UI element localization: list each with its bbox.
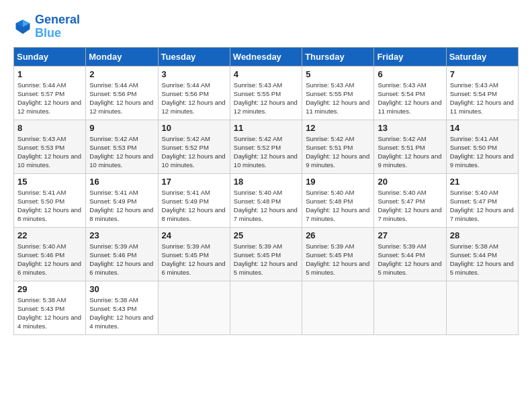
day-info: Sunrise: 5:43 AM Sunset: 5:55 PM Dayligh… xyxy=(234,81,298,116)
day-number: 6 xyxy=(378,69,442,79)
calendar-cell: 2 Sunrise: 5:44 AM Sunset: 5:56 PM Dayli… xyxy=(86,66,158,120)
day-info: Sunrise: 5:40 AM Sunset: 5:47 PM Dayligh… xyxy=(450,188,515,224)
day-number: 11 xyxy=(234,123,298,133)
day-number: 24 xyxy=(162,230,226,240)
col-header-friday: Friday xyxy=(374,47,446,66)
calendar-row-4: 22 Sunrise: 5:40 AM Sunset: 5:46 PM Dayl… xyxy=(14,227,519,281)
day-number: 30 xyxy=(89,284,154,294)
day-info: Sunrise: 5:44 AM Sunset: 5:57 PM Dayligh… xyxy=(17,81,82,116)
day-number: 2 xyxy=(89,69,154,79)
calendar-cell: 15 Sunrise: 5:41 AM Sunset: 5:50 PM Dayl… xyxy=(14,173,86,227)
day-info: Sunrise: 5:38 AM Sunset: 5:43 PM Dayligh… xyxy=(17,295,82,331)
calendar-cell xyxy=(446,281,518,334)
calendar-cell: 10 Sunrise: 5:42 AM Sunset: 5:52 PM Dayl… xyxy=(158,120,230,173)
day-info: Sunrise: 5:41 AM Sunset: 5:50 PM Dayligh… xyxy=(17,188,82,224)
logo-text: General Blue xyxy=(35,13,80,40)
calendar-cell: 30 Sunrise: 5:38 AM Sunset: 5:43 PM Dayl… xyxy=(86,281,158,334)
calendar-cell: 11 Sunrise: 5:42 AM Sunset: 5:52 PM Dayl… xyxy=(230,120,302,173)
day-number: 5 xyxy=(306,69,370,79)
col-header-tuesday: Tuesday xyxy=(158,47,230,66)
calendar-cell: 5 Sunrise: 5:43 AM Sunset: 5:55 PM Dayli… xyxy=(302,66,374,120)
calendar-cell: 27 Sunrise: 5:39 AM Sunset: 5:44 PM Dayl… xyxy=(374,227,446,281)
day-info: Sunrise: 5:42 AM Sunset: 5:52 PM Dayligh… xyxy=(162,134,226,170)
day-info: Sunrise: 5:39 AM Sunset: 5:44 PM Dayligh… xyxy=(378,242,442,277)
day-info: Sunrise: 5:44 AM Sunset: 5:56 PM Dayligh… xyxy=(162,81,226,116)
day-info: Sunrise: 5:39 AM Sunset: 5:45 PM Dayligh… xyxy=(162,242,226,277)
day-number: 7 xyxy=(450,69,515,79)
day-info: Sunrise: 5:40 AM Sunset: 5:48 PM Dayligh… xyxy=(234,188,298,224)
calendar-cell: 28 Sunrise: 5:38 AM Sunset: 5:44 PM Dayl… xyxy=(446,227,518,281)
calendar-cell: 1 Sunrise: 5:44 AM Sunset: 5:57 PM Dayli… xyxy=(14,66,86,120)
day-number: 13 xyxy=(378,123,442,133)
col-header-saturday: Saturday xyxy=(446,47,518,66)
calendar-cell: 23 Sunrise: 5:39 AM Sunset: 5:46 PM Dayl… xyxy=(86,227,158,281)
calendar-cell: 4 Sunrise: 5:43 AM Sunset: 5:55 PM Dayli… xyxy=(230,66,302,120)
calendar-cell xyxy=(158,281,230,334)
day-info: Sunrise: 5:41 AM Sunset: 5:50 PM Dayligh… xyxy=(450,134,515,170)
day-number: 27 xyxy=(378,230,442,240)
col-header-monday: Monday xyxy=(86,47,158,66)
calendar-cell: 24 Sunrise: 5:39 AM Sunset: 5:45 PM Dayl… xyxy=(158,227,230,281)
col-header-sunday: Sunday xyxy=(14,47,86,66)
logo: General Blue xyxy=(13,13,80,40)
day-info: Sunrise: 5:39 AM Sunset: 5:45 PM Dayligh… xyxy=(234,242,298,277)
day-number: 26 xyxy=(306,230,370,240)
day-info: Sunrise: 5:43 AM Sunset: 5:54 PM Dayligh… xyxy=(378,81,442,116)
calendar-cell: 13 Sunrise: 5:42 AM Sunset: 5:51 PM Dayl… xyxy=(374,120,446,173)
day-number: 3 xyxy=(162,69,226,79)
day-number: 10 xyxy=(162,123,226,133)
calendar-cell: 8 Sunrise: 5:43 AM Sunset: 5:53 PM Dayli… xyxy=(14,120,86,173)
calendar-cell: 19 Sunrise: 5:40 AM Sunset: 5:48 PM Dayl… xyxy=(302,173,374,227)
calendar-table: SundayMondayTuesdayWednesdayThursdayFrid… xyxy=(13,47,519,335)
calendar-cell: 25 Sunrise: 5:39 AM Sunset: 5:45 PM Dayl… xyxy=(230,227,302,281)
day-number: 8 xyxy=(17,123,82,133)
day-number: 15 xyxy=(17,177,82,187)
calendar-cell: 7 Sunrise: 5:43 AM Sunset: 5:54 PM Dayli… xyxy=(446,66,518,120)
calendar-cell: 6 Sunrise: 5:43 AM Sunset: 5:54 PM Dayli… xyxy=(374,66,446,120)
calendar-cell: 14 Sunrise: 5:41 AM Sunset: 5:50 PM Dayl… xyxy=(446,120,518,173)
calendar-cell: 12 Sunrise: 5:42 AM Sunset: 5:51 PM Dayl… xyxy=(302,120,374,173)
day-info: Sunrise: 5:38 AM Sunset: 5:44 PM Dayligh… xyxy=(450,242,515,277)
calendar-cell xyxy=(230,281,302,334)
calendar-row-2: 8 Sunrise: 5:43 AM Sunset: 5:53 PM Dayli… xyxy=(14,120,519,173)
day-number: 22 xyxy=(17,230,82,240)
day-number: 21 xyxy=(450,177,515,187)
col-header-wednesday: Wednesday xyxy=(230,47,302,66)
day-info: Sunrise: 5:43 AM Sunset: 5:54 PM Dayligh… xyxy=(450,81,515,116)
calendar-row-1: 1 Sunrise: 5:44 AM Sunset: 5:57 PM Dayli… xyxy=(14,66,519,120)
day-info: Sunrise: 5:42 AM Sunset: 5:52 PM Dayligh… xyxy=(234,134,298,170)
day-info: Sunrise: 5:44 AM Sunset: 5:56 PM Dayligh… xyxy=(89,81,154,116)
day-number: 4 xyxy=(234,69,298,79)
day-number: 17 xyxy=(162,177,226,187)
day-number: 14 xyxy=(450,123,515,133)
calendar-cell: 9 Sunrise: 5:42 AM Sunset: 5:53 PM Dayli… xyxy=(86,120,158,173)
day-info: Sunrise: 5:42 AM Sunset: 5:51 PM Dayligh… xyxy=(306,134,370,170)
day-number: 29 xyxy=(17,284,82,294)
day-info: Sunrise: 5:42 AM Sunset: 5:51 PM Dayligh… xyxy=(378,134,442,170)
day-info: Sunrise: 5:41 AM Sunset: 5:49 PM Dayligh… xyxy=(162,188,226,224)
day-info: Sunrise: 5:42 AM Sunset: 5:53 PM Dayligh… xyxy=(89,134,154,170)
day-number: 25 xyxy=(234,230,298,240)
day-info: Sunrise: 5:40 AM Sunset: 5:48 PM Dayligh… xyxy=(306,188,370,224)
day-info: Sunrise: 5:40 AM Sunset: 5:47 PM Dayligh… xyxy=(378,188,442,224)
day-number: 28 xyxy=(450,230,515,240)
calendar-cell: 18 Sunrise: 5:40 AM Sunset: 5:48 PM Dayl… xyxy=(230,173,302,227)
page-header: General Blue xyxy=(13,13,519,40)
day-number: 20 xyxy=(378,177,442,187)
calendar-cell: 26 Sunrise: 5:39 AM Sunset: 5:45 PM Dayl… xyxy=(302,227,374,281)
day-info: Sunrise: 5:39 AM Sunset: 5:45 PM Dayligh… xyxy=(306,242,370,277)
calendar-row-5: 29 Sunrise: 5:38 AM Sunset: 5:43 PM Dayl… xyxy=(14,281,519,334)
day-info: Sunrise: 5:38 AM Sunset: 5:43 PM Dayligh… xyxy=(89,295,154,331)
col-header-thursday: Thursday xyxy=(302,47,374,66)
day-number: 9 xyxy=(89,123,154,133)
day-number: 1 xyxy=(17,69,82,79)
calendar-cell: 21 Sunrise: 5:40 AM Sunset: 5:47 PM Dayl… xyxy=(446,173,518,227)
day-number: 16 xyxy=(89,177,154,187)
calendar-cell: 16 Sunrise: 5:41 AM Sunset: 5:49 PM Dayl… xyxy=(86,173,158,227)
day-number: 23 xyxy=(89,230,154,240)
calendar-cell: 3 Sunrise: 5:44 AM Sunset: 5:56 PM Dayli… xyxy=(158,66,230,120)
calendar-cell: 20 Sunrise: 5:40 AM Sunset: 5:47 PM Dayl… xyxy=(374,173,446,227)
day-info: Sunrise: 5:39 AM Sunset: 5:46 PM Dayligh… xyxy=(89,242,154,277)
calendar-cell: 22 Sunrise: 5:40 AM Sunset: 5:46 PM Dayl… xyxy=(14,227,86,281)
day-number: 19 xyxy=(306,177,370,187)
